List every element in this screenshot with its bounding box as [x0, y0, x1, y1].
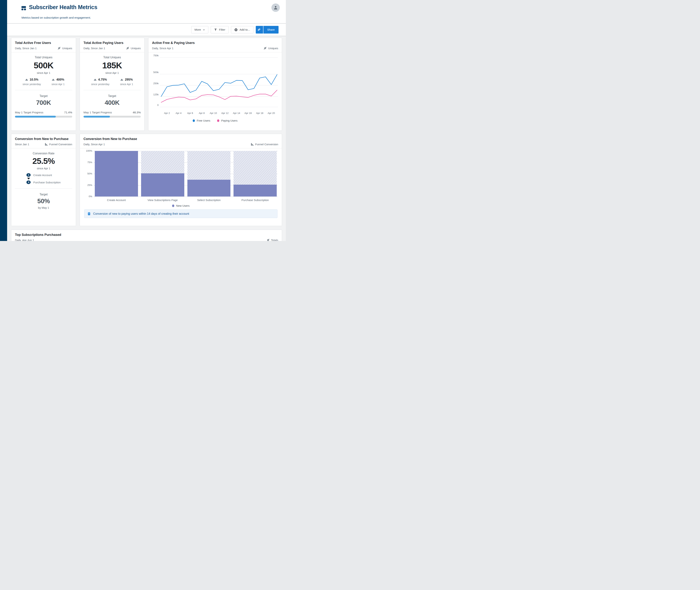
card-subtitle: Daily, Since Jan 1 [15, 47, 37, 50]
target-progress: May 1 Target Progress 71.4% [15, 111, 72, 117]
page-title: Subscriber Health Metrics [29, 4, 97, 11]
arrow-down-icon [27, 178, 30, 180]
card-header: Top Subscriptions Purchased Daily, Apr-J… [11, 230, 282, 241]
target-label: Target [11, 193, 76, 196]
funnel-conversion-tag: Funnel Conversion [251, 143, 278, 146]
totals-tag-label: Totals [271, 238, 278, 241]
card-title: Total Active Free Users [15, 41, 72, 45]
add-to-button-label: Add to... [239, 28, 250, 31]
metric-value: 25.5% [11, 157, 76, 166]
svg-text:Apr 20: Apr 20 [268, 112, 275, 114]
card-header: Total Active Paying Users Daily, Since J… [80, 38, 144, 52]
metric-body: Conversion Rate 25.5% since Apr 1 1 Crea… [11, 152, 76, 209]
svg-text:Apr 12: Apr 12 [221, 112, 228, 114]
dashboard-icon [21, 5, 26, 11]
card-header: Conversion from New to Purchase Since Ja… [11, 134, 76, 149]
add-to-button[interactable]: Add to... [231, 26, 254, 33]
card-top-subscriptions-purchased: Top Subscriptions Purchased Daily, Apr-J… [11, 230, 282, 241]
copy-link-button[interactable] [256, 26, 264, 33]
clipboard-icon [87, 212, 91, 215]
card-subtitle: Daily, Since Jan 1 [84, 47, 105, 50]
progress-label: May 1 Target Progress [84, 111, 112, 114]
y-axis-label: 50% [84, 172, 92, 175]
plus-circle-icon [234, 28, 238, 31]
card-title: Top Subscriptions Purchased [15, 233, 278, 237]
legend-item[interactable]: Paying Users [217, 119, 237, 122]
uniques-tag-label: Uniques [62, 47, 72, 50]
target-value: 700K [11, 99, 76, 106]
funnel-bar[interactable] [233, 151, 277, 196]
funnel-x-axis-labels: Create AccountView Subscriptions PageSel… [95, 198, 277, 202]
card-conversion-funnel-chart: Conversion from New to Purchase Daily, S… [80, 134, 282, 226]
svg-text:Apr 14: Apr 14 [233, 112, 240, 114]
funnel-bar[interactable] [95, 151, 138, 196]
share-split-button: Share [256, 26, 279, 33]
link-icon [258, 28, 261, 31]
legend-item[interactable]: New Users [172, 204, 189, 207]
line-chart[interactable]: 750k500k250k125k0Apr 2Apr 4Apr 6Apr 8Apr… [152, 54, 278, 118]
target-value: 50% [11, 197, 76, 205]
metric-label: Total Uniques [80, 56, 144, 59]
filter-button[interactable]: Filter [211, 26, 228, 33]
progress-percent: 71.4% [64, 111, 72, 114]
x-axis-label: Create Account [95, 198, 138, 202]
action-toolbar: More Filter Add to... Share [7, 23, 286, 36]
metric-label: Conversion Rate [11, 152, 76, 155]
card-header: Conversion from New to Purchase Daily, S… [80, 134, 282, 149]
filter-button-label: Filter [219, 28, 225, 31]
target-label: Target [11, 94, 76, 98]
funnel-bar-chart[interactable]: 100%75%50%25%0% [84, 151, 278, 196]
svg-text:Apr 16: Apr 16 [244, 112, 252, 114]
gridline [94, 196, 278, 197]
svg-text:125k: 125k [153, 93, 159, 96]
legend-dot-icon [172, 204, 174, 207]
progress-bar [84, 116, 141, 117]
user-avatar[interactable] [272, 3, 280, 12]
funnel-chart-legend: New Users [84, 204, 278, 207]
progress-percent: 46.3% [133, 111, 141, 114]
card-header: Active Free & Paying Users Daily, Since … [148, 38, 282, 52]
left-nav-stripe [0, 0, 7, 241]
card-active-free-paying-users-chart: Active Free & Paying Users Daily, Since … [148, 38, 282, 131]
progress-bar [15, 116, 72, 117]
svg-text:500k: 500k [153, 71, 159, 74]
svg-text:250k: 250k [153, 82, 159, 85]
person-icon [273, 5, 278, 10]
chevron-down-icon [203, 29, 205, 31]
uniques-tag: Uniques [264, 47, 278, 50]
card-title: Conversion from New to Purchase [84, 137, 278, 141]
triangle-up-icon [120, 79, 123, 81]
step-number-badge: 1 [26, 173, 31, 177]
svg-text:Apr 4: Apr 4 [176, 112, 182, 114]
card-title: Conversion from New to Purchase [15, 137, 72, 141]
card-title: Active Free & Paying Users [152, 41, 278, 45]
legend-item[interactable]: Free Users [193, 119, 210, 122]
card-subtitle: Daily, Apr-Jun 1 [15, 238, 34, 241]
delta-since-apr1: 400% since Apr 1 [52, 78, 65, 86]
x-axis-label: Purchase Subscription [233, 198, 277, 202]
funnel-bar[interactable] [141, 151, 184, 196]
line-chart-legend: Free UsersPaying Users [152, 119, 279, 122]
delta-since-apr1: 295% since Apr 1 [120, 78, 133, 86]
progress-label: May 1 Target Progress [15, 111, 43, 114]
delta-since-yesterday: 10.5% since yesterday [23, 78, 41, 86]
svg-text:0: 0 [157, 104, 159, 106]
legend-dot-icon [217, 119, 219, 122]
more-button[interactable]: More [191, 26, 208, 33]
funnel-conversion-tag: Funnel Conversion [45, 143, 72, 146]
y-axis-label: 75% [84, 161, 92, 164]
share-button[interactable]: Share [264, 26, 279, 33]
funnel-bar[interactable] [187, 151, 230, 196]
y-axis-label: 25% [84, 184, 92, 186]
uniques-icon [264, 47, 267, 50]
svg-text:Apr 10: Apr 10 [210, 112, 217, 114]
uniques-tag: Uniques [58, 47, 72, 50]
totals-icon [267, 238, 270, 241]
funnel-conversion-tag-label: Funnel Conversion [49, 143, 72, 146]
target-caption: by May 1 [11, 206, 76, 209]
metric-value: 500K [11, 60, 76, 70]
delta-since-yesterday: 4.75% since yesterday [91, 78, 110, 86]
metric-label: Total Uniques [11, 56, 76, 59]
funnel-conversion-icon [251, 143, 254, 146]
y-axis-label: 100% [84, 150, 92, 152]
